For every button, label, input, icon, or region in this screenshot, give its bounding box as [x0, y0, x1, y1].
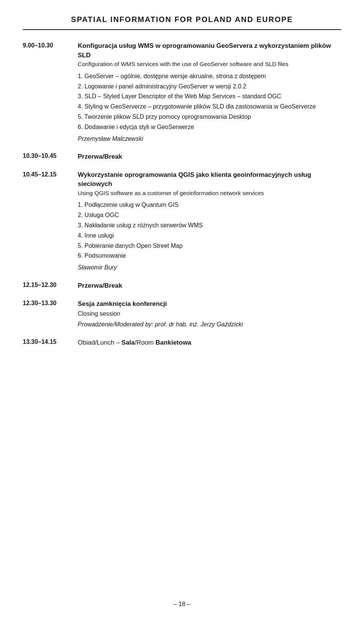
- session1-title-bold: Konfiguracja usług WMS w oprogramowaniu …: [78, 41, 341, 60]
- session1-author: Przemysław Malczewski: [78, 134, 341, 144]
- content-closing: Sesja zamknięcia konferencji Closing ses…: [78, 299, 341, 329]
- session2-author: Sławomir Bury: [78, 263, 341, 272]
- list-item: 1. Podłączenie usług w Quantum GIS: [78, 200, 341, 210]
- schedule-row-break1: 10.30–10.45 Przerwa/Break: [23, 152, 341, 162]
- schedule-row-session2: 10.45–12.15 Wykorzystanie oprogramowania…: [23, 170, 341, 272]
- schedule-row-session1: 9.00–10.30 Konfiguracja usług WMS w opro…: [23, 41, 341, 143]
- session2-title-sub: Using QGIS software as a customer of geo…: [78, 189, 341, 197]
- closing-moderator: Prowadzenie/Moderated by: prof. dr hab. …: [78, 320, 341, 329]
- lunch-prefix: Obiad/Lunch –: [78, 339, 121, 346]
- break1-label: Przerwa/Break: [78, 153, 122, 160]
- page: SPATIAL INFORMATION FOR POLAND AND EUROP…: [0, 0, 364, 619]
- schedule-row-closing: 12.30–13.30 Sesja zamknięcia konferencji…: [23, 299, 341, 329]
- content-session2: Wykorzystanie oprogramowania QGIS jako k…: [78, 170, 341, 272]
- closing-title: Sesja zamknięcia konferencji: [78, 299, 341, 309]
- break2-label-strong: Przerwa/Break: [78, 282, 122, 289]
- list-item: 2. Usługa OGC: [78, 211, 341, 220]
- content-break2: Przerwa/Break: [78, 281, 341, 291]
- time-lunch: 13.30–14.15: [23, 338, 78, 345]
- time-break2: 12.15–12.30: [23, 281, 78, 288]
- schedule-row-lunch: 13.30–14.15 Obiad/Lunch – Sala/Room Bank…: [23, 338, 341, 348]
- list-item: 5. Tworzenie plikow SLD przy pomocy opro…: [78, 112, 341, 122]
- list-item: 6. Podsumowanie: [78, 251, 341, 261]
- schedule-row-break2: 12.15–12.30 Przerwa/Break: [23, 281, 341, 291]
- session1-title-sub: Configuration of WMS services with the u…: [78, 60, 341, 68]
- lunch-text: Obiad/Lunch – Sala/Room Bankietowa: [78, 339, 191, 346]
- page-number: – 18 –: [174, 601, 190, 607]
- list-item: 6. Dodawanie i edycja styli w GeoSerwerz…: [78, 123, 341, 132]
- break1-label-strong: Przerwa/Break: [78, 153, 122, 160]
- session2-title-bold: Wykorzystanie oprogramowania QGIS jako k…: [78, 170, 341, 189]
- list-item: 1. GeoServer – ogólnie, dostępne wersje …: [78, 72, 341, 81]
- session2-items: 1. Podłączenie usług w Quantum GIS 2. Us…: [78, 200, 341, 261]
- lunch-sala: Sala: [121, 339, 135, 346]
- list-item: 2. Logowanie i panel administracyjny Geo…: [78, 82, 341, 91]
- time-session2: 10.45–12.15: [23, 170, 78, 178]
- lunch-slash: /Room: [135, 339, 155, 346]
- list-item: 3. Nakładanie usług z różnych serwerów W…: [78, 221, 341, 230]
- page-footer: – 18 –: [0, 601, 364, 608]
- session1-items: 1. GeoServer – ogólnie, dostępne wersje …: [78, 72, 341, 132]
- break2-label: Przerwa/Break: [78, 282, 122, 289]
- list-item: 4. Styling w GeoServerze – przygotowanie…: [78, 102, 341, 112]
- time-closing: 12.30–13.30: [23, 299, 78, 307]
- list-item: 5. Pobieranie danych Open Street Map: [78, 241, 341, 251]
- page-title: SPATIAL INFORMATION FOR POLAND AND EUROP…: [23, 15, 341, 24]
- closing-sub: Closing session: [78, 309, 341, 319]
- lunch-room: Bankietowa: [155, 339, 191, 346]
- time-session1: 9.00–10.30: [23, 41, 78, 49]
- content-session1: Konfiguracja usług WMS w oprogramowaniu …: [78, 41, 341, 143]
- list-item: 4. Inne usługi: [78, 231, 341, 241]
- page-header: SPATIAL INFORMATION FOR POLAND AND EUROP…: [23, 15, 341, 30]
- list-item: 3. SLD – Styled Layer Descriptor of the …: [78, 92, 341, 101]
- content-lunch: Obiad/Lunch – Sala/Room Bankietowa: [78, 338, 341, 348]
- time-break1: 10.30–10.45: [23, 152, 78, 159]
- content-break1: Przerwa/Break: [78, 152, 341, 162]
